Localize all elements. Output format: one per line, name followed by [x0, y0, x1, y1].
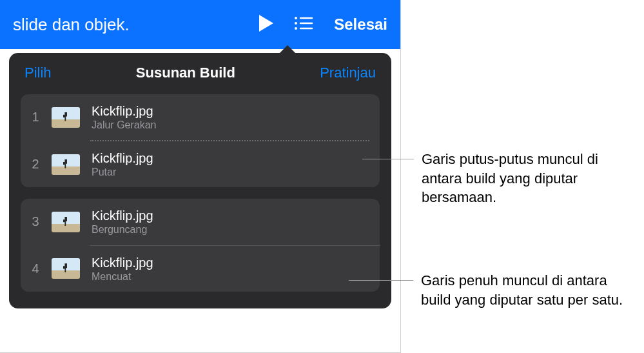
build-order-popover: Pilih Susunan Build Pratinjau 1 Kickflip…	[9, 53, 391, 308]
build-title: Kickflip.jpg	[92, 103, 369, 119]
done-button[interactable]: Selesai	[334, 15, 387, 34]
build-index: 4	[31, 261, 40, 276]
build-thumbnail	[52, 107, 80, 128]
build-row[interactable]: 1 Kickflip.jpg Jalur Gerakan	[21, 94, 380, 140]
callout-leader-line	[349, 280, 413, 281]
play-icon[interactable]	[259, 15, 273, 34]
preview-button[interactable]: Pratinjau	[320, 65, 376, 81]
build-effect: Putar	[92, 166, 369, 178]
svg-marker-0	[259, 15, 273, 32]
callout-solid-line: Garis penuh muncul di antara build yang …	[349, 271, 640, 309]
build-title: Kickflip.jpg	[92, 150, 369, 166]
build-group: 1 Kickflip.jpg Jalur Gerakan 2 Kickflip.…	[21, 94, 380, 187]
callout-dotted-line: Garis putus-putus muncul di antara build…	[362, 150, 641, 207]
build-thumbnail	[52, 212, 80, 232]
svg-point-5	[295, 27, 297, 30]
build-row[interactable]: 4 Kickflip.jpg Mencuat	[21, 246, 380, 292]
build-title: Kickflip.jpg	[92, 208, 369, 223]
popover-arrow	[278, 45, 297, 54]
callout-text: Garis penuh muncul di antara build yang …	[421, 271, 640, 309]
callout-leader-line	[362, 159, 414, 159]
build-index: 1	[31, 110, 40, 125]
popover-title: Susunan Build	[136, 65, 235, 81]
callout-text: Garis putus-putus muncul di antara build…	[422, 150, 641, 207]
build-order-icon[interactable]	[294, 15, 313, 34]
build-effect: Jalur Gerakan	[92, 119, 369, 131]
build-row[interactable]: 2 Kickflip.jpg Putar	[21, 141, 380, 187]
svg-point-3	[295, 22, 297, 25]
build-row[interactable]: 3 Kickflip.jpg Berguncang	[21, 199, 380, 245]
build-index: 3	[31, 214, 40, 229]
build-thumbnail	[52, 258, 80, 279]
toolbar: slide dan objek. Selesai	[0, 0, 400, 49]
build-effect: Mencuat	[92, 270, 369, 283]
build-effect: Berguncang	[92, 223, 369, 236]
build-group: 3 Kickflip.jpg Berguncang 4 Kickflip.jpg…	[21, 199, 380, 291]
build-thumbnail	[52, 154, 80, 175]
popover-header: Pilih Susunan Build Pratinjau	[21, 65, 380, 81]
svg-point-1	[295, 17, 297, 19]
build-index: 2	[31, 157, 40, 172]
build-title: Kickflip.jpg	[92, 255, 369, 270]
select-button[interactable]: Pilih	[24, 65, 52, 81]
